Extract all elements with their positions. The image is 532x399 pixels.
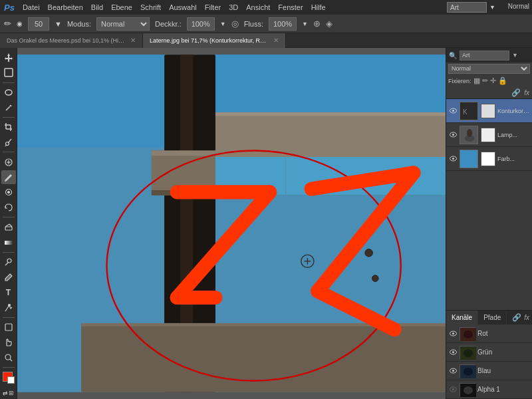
flow-input[interactable] [269, 17, 297, 31]
svg-rect-28 [17, 55, 446, 392]
channel-label-blau: Blau [477, 367, 491, 374]
menu-bearbeiten[interactable]: Bearbeiten [48, 3, 83, 11]
main-layout: T ⇄ ⊞ [0, 48, 532, 399]
menu-filter[interactable]: Filter [205, 3, 221, 11]
selection-tool[interactable] [1, 66, 16, 80]
tool-separator-2 [3, 117, 15, 118]
lock-transparent-icon[interactable]: ▦ [473, 76, 480, 85]
type-tool[interactable]: T [1, 285, 16, 299]
menu-3d[interactable]: 3D [229, 3, 238, 11]
shape-tool[interactable] [1, 321, 16, 334]
lasso-tool[interactable] [1, 85, 16, 99]
hand-tool[interactable] [1, 336, 16, 350]
channel-item-blau[interactable]: Blau [446, 362, 532, 380]
lock-all-icon[interactable]: 🔒 [498, 76, 507, 85]
menu-schrift[interactable]: Schrift [140, 3, 161, 11]
background-color[interactable] [7, 376, 15, 384]
default-colors-icon[interactable]: ⊞ [9, 390, 14, 396]
tab-orakel-close[interactable]: ✕ [130, 37, 136, 44]
channel-item-gruen[interactable]: Grün [446, 343, 532, 362]
menu-fenster[interactable]: Fenster [278, 3, 303, 11]
layer-item-farb[interactable]: Farb... [446, 147, 532, 171]
mode-select[interactable]: Normal [96, 17, 150, 31]
clone-stamp-tool[interactable] [1, 186, 16, 200]
channel-eye-alpha[interactable] [448, 385, 458, 394]
svg-rect-31 [152, 150, 446, 195]
normal-mode-bar: Normal [446, 63, 532, 74]
layer-fx-icon[interactable]: fx [524, 89, 529, 96]
stylus-icon[interactable]: ⊕ [313, 19, 321, 29]
flow-dropdown-icon[interactable]: ▼ [302, 21, 308, 27]
tab-kanale[interactable]: Kanäle [446, 311, 478, 325]
history-brush-tool[interactable] [1, 201, 16, 215]
channel-link-icon[interactable]: 🔗 [512, 313, 521, 322]
lock-position-icon[interactable]: ✛ [490, 76, 496, 85]
stylus2-icon[interactable]: ◈ [326, 19, 332, 29]
layer-mode-select[interactable]: Normal [448, 64, 530, 74]
channel-item-rot[interactable]: Rot [446, 325, 532, 343]
layer-mask-lamp [481, 128, 495, 142]
layer-item-konturkorr[interactable]: K Konturkorr... [446, 99, 532, 123]
channel-eye-rot[interactable] [448, 329, 458, 338]
channel-eye-blau[interactable] [448, 366, 458, 376]
lock-pixels-icon[interactable]: ✏ [482, 76, 488, 85]
fixieren-bar: Fixieren: ▦ ✏ ✛ 🔒 [446, 74, 532, 87]
svg-text:K: K [463, 108, 467, 116]
canvas-area[interactable] [17, 48, 446, 399]
layers-search-input[interactable] [460, 51, 509, 61]
layer-eye-lamp[interactable] [448, 130, 458, 140]
menu-ansicht[interactable]: Ansicht [246, 3, 270, 11]
layer-thumb-farb [460, 150, 478, 168]
swap-colors-icon[interactable]: ⇄ [3, 390, 8, 396]
path-select-tool[interactable] [1, 301, 16, 315]
layer-eye-konturkorr[interactable] [448, 106, 458, 116]
brush-size-input[interactable] [28, 17, 49, 31]
layers-search-dropdown[interactable]: ▼ [512, 52, 518, 59]
color-swatches [1, 372, 16, 386]
tab-orakel[interactable]: Das Orakel des Meeres.psd bei 10,1% (Hin… [0, 33, 143, 48]
search-input[interactable] [447, 2, 487, 13]
tab-pfade[interactable]: Pfade [478, 311, 507, 325]
channel-thumb-gruen [460, 346, 475, 359]
brush-options-icon[interactable]: ▼ [55, 20, 62, 28]
tab-laterne[interactable]: Laterne.jpg bei 71,7% (Konturkorrektur, … [143, 33, 286, 48]
opacity-input[interactable] [187, 17, 215, 31]
link-layers-icon[interactable]: 🔗 [511, 88, 521, 97]
menu-hilfe[interactable]: Hilfe [311, 3, 326, 11]
svg-point-39 [372, 275, 378, 282]
svg-rect-33 [152, 190, 446, 196]
dodge-tool[interactable] [1, 255, 16, 269]
tab-laterne-close[interactable]: ✕ [273, 37, 279, 44]
channel-item-alpha[interactable]: Alpha 1 [446, 380, 532, 399]
menu-auswahl[interactable]: Auswahl [169, 3, 197, 11]
channel-fx-icon[interactable]: fx [524, 314, 529, 321]
svg-point-73 [464, 349, 473, 357]
move-tool[interactable] [1, 51, 16, 65]
layer-eye-farb[interactable] [448, 154, 458, 164]
crop-tool[interactable] [1, 120, 16, 134]
layer-thumb-konturkorr: K [460, 102, 478, 120]
channel-eye-gruen[interactable] [448, 348, 458, 357]
tool-separator-7 [3, 367, 15, 368]
pen-tool[interactable] [1, 271, 16, 285]
magic-wand-tool[interactable] [1, 100, 16, 114]
menu-bild[interactable]: Bild [91, 3, 103, 11]
brush-tool[interactable] [1, 170, 16, 184]
menu-ebene[interactable]: Ebene [111, 3, 132, 11]
layer-item-lamp[interactable]: Lamp... [446, 123, 532, 147]
svg-point-67 [452, 332, 454, 334]
healing-tool[interactable] [1, 155, 16, 169]
menu-datei[interactable]: Datei [23, 3, 40, 11]
svg-rect-43 [215, 157, 286, 196]
eyedropper-tool[interactable] [1, 136, 16, 150]
zoom-tool[interactable] [1, 350, 16, 364]
eraser-tool[interactable] [1, 220, 16, 234]
svg-line-27 [10, 359, 12, 361]
airbrush-icon[interactable]: ◎ [231, 19, 239, 29]
gradient-tool[interactable] [1, 235, 16, 249]
tool-separator-4 [3, 217, 15, 217]
search-dropdown-icon[interactable]: ▼ [489, 4, 495, 11]
normal-mode-top: Normal [508, 2, 529, 10]
opacity-dropdown-icon[interactable]: ▼ [220, 21, 226, 27]
left-toolbar: T ⇄ ⊞ [0, 48, 17, 399]
